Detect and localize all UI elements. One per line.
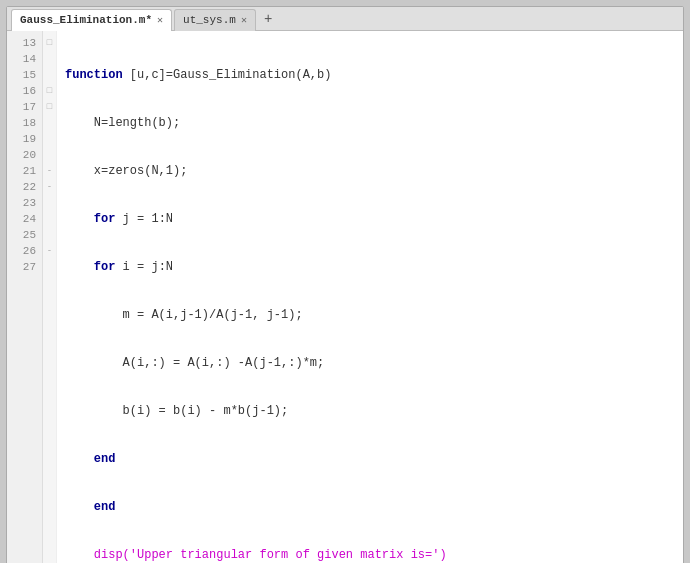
line-num: 26 <box>7 243 42 259</box>
keyword: function <box>65 68 123 82</box>
code-line: for j = 1:N <box>65 211 675 227</box>
line-num: 23 <box>7 195 42 211</box>
fold-marker <box>43 67 56 83</box>
line-num: 27 <box>7 259 42 275</box>
fold-marker: - <box>43 163 56 179</box>
code-text: x=zeros(N,1); <box>65 164 187 178</box>
keyword: end <box>65 500 115 514</box>
fold-marker <box>43 131 56 147</box>
fold-marker <box>43 227 56 243</box>
tab-label: Gauss_Elimination.m* <box>20 14 152 26</box>
code-text: j = 1:N <box>115 212 173 226</box>
code-content-1[interactable]: function [u,c]=Gauss_Elimination(A,b) N=… <box>57 31 683 563</box>
fold-marker <box>43 115 56 131</box>
code-line: disp('Upper triangular form of given mat… <box>65 547 675 563</box>
code-line: A(i,:) = A(i,:) -A(j-1,:)*m; <box>65 355 675 371</box>
fold-marker <box>43 51 56 67</box>
code-text: [u,c]=Gauss_Elimination(A,b) <box>123 68 332 82</box>
code-line: x=zeros(N,1); <box>65 163 675 179</box>
tab-close-icon[interactable]: ✕ <box>241 14 247 26</box>
code-text: b(i) = b(i) - m*b(j-1); <box>65 404 288 418</box>
fold-marker[interactable]: □ <box>43 35 56 51</box>
fold-gutter-1: □ □ □ - - - <box>43 31 57 563</box>
code-area-1: 13 14 15 16 17 18 19 20 21 22 23 24 25 2… <box>7 31 683 563</box>
fold-marker <box>43 259 56 275</box>
keyword: for <box>65 260 115 274</box>
fold-marker <box>43 195 56 211</box>
line-num: 22 <box>7 179 42 195</box>
code-line: function [u,c]=Gauss_Elimination(A,b) <box>65 67 675 83</box>
fold-marker: - <box>43 243 56 259</box>
keyword: for <box>65 212 115 226</box>
tab-label: ut_sys.m <box>183 14 236 26</box>
line-num: 15 <box>7 67 42 83</box>
tab-bar-1: Gauss_Elimination.m* ✕ ut_sys.m ✕ + <box>7 7 683 31</box>
code-text: A(i,:) = A(i,:) -A(j-1,:)*m; <box>65 356 324 370</box>
line-num: 25 <box>7 227 42 243</box>
code-line: end <box>65 499 675 515</box>
line-num: 19 <box>7 131 42 147</box>
fold-marker[interactable]: □ <box>43 99 56 115</box>
tab-add-button[interactable]: + <box>258 9 278 29</box>
keyword: end <box>65 452 115 466</box>
fold-marker <box>43 211 56 227</box>
line-num: 13 <box>7 35 42 51</box>
line-num: 14 <box>7 51 42 67</box>
code-line: N=length(b); <box>65 115 675 131</box>
code-line: m = A(i,j-1)/A(j-1, j-1); <box>65 307 675 323</box>
tab-close-icon[interactable]: ✕ <box>157 14 163 26</box>
editor-panel-1: Gauss_Elimination.m* ✕ ut_sys.m ✕ + 13 1… <box>6 6 684 563</box>
fold-marker <box>43 147 56 163</box>
tab-gauss-elimination-active[interactable]: Gauss_Elimination.m* ✕ <box>11 9 172 31</box>
line-numbers-1: 13 14 15 16 17 18 19 20 21 22 23 24 25 2… <box>7 31 43 563</box>
code-text: m = A(i,j-1)/A(j-1, j-1); <box>65 308 303 322</box>
tab-ut-sys-1[interactable]: ut_sys.m ✕ <box>174 9 256 31</box>
string: disp('Upper triangular form of given mat… <box>65 548 447 562</box>
code-line: for i = j:N <box>65 259 675 275</box>
line-num: 20 <box>7 147 42 163</box>
line-num: 16 <box>7 83 42 99</box>
fold-marker: - <box>43 179 56 195</box>
code-text: N=length(b); <box>65 116 180 130</box>
code-text: i = j:N <box>115 260 173 274</box>
code-line: end <box>65 451 675 467</box>
line-num: 21 <box>7 163 42 179</box>
fold-marker[interactable]: □ <box>43 83 56 99</box>
code-line: b(i) = b(i) - m*b(j-1); <box>65 403 675 419</box>
line-num: 18 <box>7 115 42 131</box>
line-num: 24 <box>7 211 42 227</box>
line-num: 17 <box>7 99 42 115</box>
